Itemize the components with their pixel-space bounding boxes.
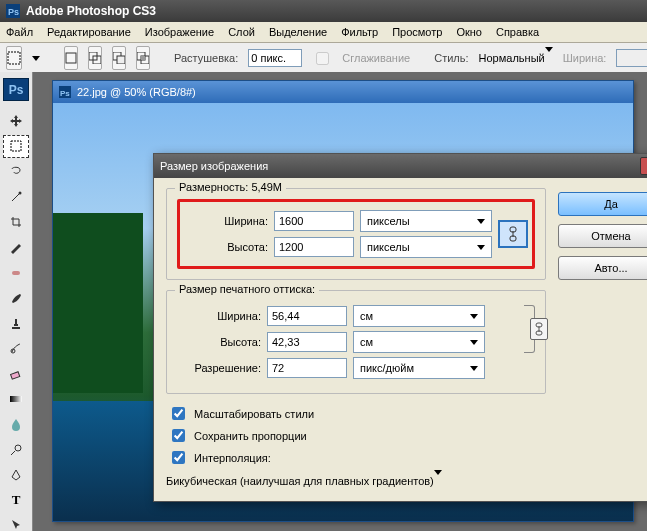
doc-height-input[interactable] xyxy=(267,332,347,352)
menu-image[interactable]: Изображение xyxy=(145,26,214,38)
style-select[interactable]: Нормальный xyxy=(479,52,553,64)
document-canvas[interactable]: Размер изображения Размерность: 5,49M xyxy=(53,103,633,521)
doc-width-unit: см xyxy=(360,310,373,322)
slice-tool-icon[interactable] xyxy=(3,236,29,259)
app-title: Adobe Photoshop CS3 xyxy=(26,4,156,18)
auto-button[interactable]: Авто... xyxy=(558,256,647,280)
lasso-tool-icon[interactable] xyxy=(3,160,29,183)
svg-rect-2 xyxy=(8,52,20,64)
style-label: Стиль: xyxy=(434,52,468,64)
menu-layer[interactable]: Слой xyxy=(228,26,255,38)
gradient-tool-icon[interactable] xyxy=(3,387,29,410)
auto-label: Авто... xyxy=(594,262,627,274)
px-width-input[interactable] xyxy=(274,211,354,231)
menu-file[interactable]: Файл xyxy=(6,26,33,38)
document-window[interactable]: Ps 22.jpg @ 50% (RGB/8#) Размер изображе… xyxy=(52,80,634,522)
file-icon: Ps xyxy=(59,86,71,98)
close-button[interactable] xyxy=(640,157,647,175)
constrain-checkbox[interactable] xyxy=(172,429,185,442)
path-select-tool-icon[interactable] xyxy=(3,514,29,531)
resolution-unit-select[interactable]: пикс/дюйм xyxy=(353,357,485,379)
document-titlebar[interactable]: Ps 22.jpg @ 50% (RGB/8#) xyxy=(53,81,633,103)
scale-styles-label: Масштабировать стили xyxy=(194,408,314,420)
px-height-unit-select[interactable]: пикселы xyxy=(360,236,492,258)
svg-text:Ps: Ps xyxy=(60,89,70,98)
wand-tool-icon[interactable] xyxy=(3,185,29,208)
menu-view[interactable]: Просмотр xyxy=(392,26,442,38)
workspace: Ps T Ps 22.jpg @ 50% (RGB/8#) xyxy=(0,72,647,531)
move-tool-icon[interactable] xyxy=(3,109,29,132)
doc-width-label: Ширина: xyxy=(177,310,261,322)
svg-rect-13 xyxy=(12,271,20,275)
brush-tool-icon[interactable] xyxy=(3,286,29,309)
ps-logo-icon[interactable]: Ps xyxy=(3,78,29,101)
pen-tool-icon[interactable] xyxy=(3,463,29,486)
pixel-dimensions-group: Размерность: 5,49M Ширина: пикселы xyxy=(166,188,546,280)
ok-label: Да xyxy=(604,198,618,210)
resample-checkbox[interactable] xyxy=(172,451,185,464)
doc-height-unit-select[interactable]: см xyxy=(353,331,485,353)
add-selection-icon[interactable] xyxy=(88,46,102,70)
crop-tool-icon[interactable] xyxy=(3,210,29,233)
tool-preset-dropdown-icon[interactable] xyxy=(32,56,40,61)
blur-tool-icon[interactable] xyxy=(3,413,29,436)
svg-point-18 xyxy=(15,445,21,451)
antialias-checkbox xyxy=(316,52,329,65)
image-region xyxy=(53,213,143,393)
px-width-unit-select[interactable]: пикселы xyxy=(360,210,492,232)
eraser-tool-icon[interactable] xyxy=(3,362,29,385)
app-titlebar: Ps Adobe Photoshop CS3 xyxy=(0,0,647,22)
resample-method-select[interactable]: Бикубическая (наилучшая для плавных град… xyxy=(166,475,496,487)
dodge-tool-icon[interactable] xyxy=(3,438,29,461)
new-selection-icon[interactable] xyxy=(64,46,78,70)
constrain-link-icon[interactable] xyxy=(498,220,528,248)
ok-button[interactable]: Да xyxy=(558,192,647,216)
pixel-dimensions-value: 5,49M xyxy=(251,181,282,193)
doc-height-unit: см xyxy=(360,336,373,348)
scale-styles-checkbox[interactable] xyxy=(172,407,185,420)
chevron-down-icon xyxy=(470,340,478,345)
resample-method-value: Бикубическая (наилучшая для плавных град… xyxy=(166,475,434,487)
cancel-button[interactable]: Отмена xyxy=(558,224,647,248)
highlight-box: Ширина: пикселы Высота: пикселы xyxy=(177,199,535,269)
svg-text:Ps: Ps xyxy=(8,7,19,17)
feather-input[interactable] xyxy=(248,49,302,67)
constrain-option[interactable]: Сохранить пропорции xyxy=(168,426,546,445)
resolution-unit: пикс/дюйм xyxy=(360,362,414,374)
chevron-down-icon xyxy=(477,245,485,250)
marquee-tool-icon[interactable] xyxy=(3,135,29,158)
bracket-icon xyxy=(524,305,535,353)
stamp-tool-icon[interactable] xyxy=(3,312,29,335)
doc-width-input[interactable] xyxy=(267,306,347,326)
dialog-titlebar[interactable]: Размер изображения xyxy=(154,154,647,178)
scale-styles-option[interactable]: Масштабировать стили xyxy=(168,404,546,423)
chain-icon xyxy=(535,322,543,336)
resample-option[interactable]: Интерполяция: xyxy=(168,448,546,467)
intersect-selection-icon[interactable] xyxy=(136,46,150,70)
pixel-dimensions-label: Размерность: xyxy=(179,181,248,193)
svg-rect-14 xyxy=(15,319,17,324)
menu-filter[interactable]: Фильтр xyxy=(341,26,378,38)
history-brush-tool-icon[interactable] xyxy=(3,337,29,360)
px-height-input[interactable] xyxy=(274,237,354,257)
resolution-input[interactable] xyxy=(267,358,347,378)
subtract-selection-icon[interactable] xyxy=(112,46,126,70)
svg-point-12 xyxy=(19,191,22,194)
pixel-dimensions-legend: Размерность: 5,49M xyxy=(175,181,286,193)
doc-height-label: Высота: xyxy=(177,336,261,348)
doc-width-unit-select[interactable]: см xyxy=(353,305,485,327)
type-tool-icon[interactable]: T xyxy=(3,489,29,512)
heal-tool-icon[interactable] xyxy=(3,261,29,284)
menu-edit[interactable]: Редактирование xyxy=(47,26,131,38)
menu-window[interactable]: Окно xyxy=(456,26,482,38)
menu-select[interactable]: Выделение xyxy=(269,26,327,38)
px-width-unit: пикселы xyxy=(367,215,410,227)
marquee-tool-icon[interactable] xyxy=(6,46,22,70)
document-size-legend: Размер печатного оттиска: xyxy=(175,283,319,295)
constrain-link-icon[interactable] xyxy=(530,318,548,340)
chevron-down-icon xyxy=(470,314,478,319)
svg-rect-7 xyxy=(117,56,125,64)
cancel-label: Отмена xyxy=(591,230,630,242)
menu-help[interactable]: Справка xyxy=(496,26,539,38)
image-size-dialog: Размер изображения Размерность: 5,49M xyxy=(153,153,647,502)
